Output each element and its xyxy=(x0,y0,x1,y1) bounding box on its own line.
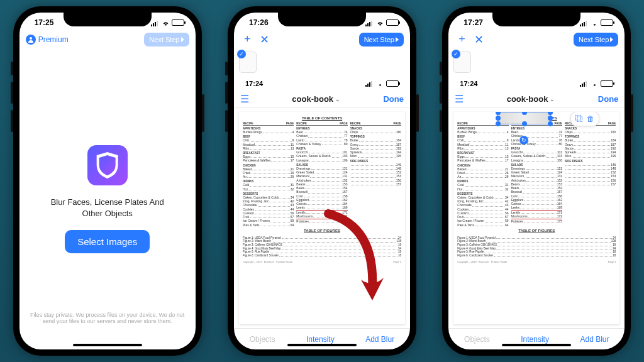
toc-row: Potatoes175 xyxy=(296,219,347,223)
volume-up-button[interactable] xyxy=(225,82,228,104)
tab-objects[interactable]: Objects xyxy=(250,335,275,344)
svg-rect-1 xyxy=(153,23,154,26)
document-preview: 17:24 ☰ cook-book⌄ Done TABLE OF CONTENT… xyxy=(448,77,625,328)
premium-link[interactable]: Premium xyxy=(26,35,69,45)
toc-row: Hot32 xyxy=(243,187,294,191)
svg-rect-8 xyxy=(371,21,372,26)
battery-icon xyxy=(386,19,399,26)
page-footer: Copyright – 2019 · Brochure · Product Gu… xyxy=(457,260,616,263)
volume-up-button[interactable] xyxy=(440,82,442,104)
add-image-button[interactable]: + xyxy=(455,33,469,47)
toc-row: Pancakes & Waffles17 xyxy=(457,158,508,162)
volume-down-button[interactable] xyxy=(440,110,442,132)
toc-row: Misc.195 xyxy=(565,154,616,158)
wifi-icon xyxy=(376,80,384,87)
doc-title[interactable]: cook-book⌄ xyxy=(507,94,555,104)
toc-row: Lasagna106 xyxy=(511,158,562,162)
power-button[interactable] xyxy=(202,94,204,132)
signal-icon xyxy=(580,80,589,87)
premium-label: Premium xyxy=(38,35,69,44)
svg-rect-0 xyxy=(151,25,152,26)
chevron-down-icon: ⌄ xyxy=(335,96,340,102)
close-button[interactable]: ✕ xyxy=(256,33,273,47)
figures-list: Figure 1: USDA Food Pyramid24Figure 2: M… xyxy=(457,236,616,258)
inner-header: ☰ cook-book⌄ Done xyxy=(234,90,410,108)
svg-rect-14 xyxy=(582,23,583,26)
power-button[interactable] xyxy=(631,94,633,132)
next-step-button[interactable]: Next Step xyxy=(144,33,189,47)
toc-row: Pancakes & Waffles17 xyxy=(243,158,294,162)
next-step-label: Next Step xyxy=(364,36,394,43)
home-indicator[interactable] xyxy=(502,344,571,346)
tab-intensity[interactable]: Intensity xyxy=(521,335,549,344)
delete-icon[interactable]: 🗑 xyxy=(586,114,596,124)
toc-row: Mushrooms172 xyxy=(296,214,347,218)
blur-selection[interactable]: ⿻ 🗑 xyxy=(497,112,551,124)
list-icon[interactable]: ☰ xyxy=(240,93,249,105)
add-image-button[interactable]: + xyxy=(240,33,255,47)
next-step-button[interactable]: Next Step xyxy=(574,33,618,47)
next-step-label: Next Step xyxy=(149,36,179,43)
wifi-icon xyxy=(376,19,384,26)
toc-row: Pies & Tarts64 xyxy=(243,223,294,227)
phone-1: 17:25 Premium Next Step Blur Faces, Lice… xyxy=(13,6,202,356)
inner-clock: 17:24 xyxy=(245,80,263,87)
page-thumbnail-selected[interactable]: ✓ xyxy=(453,52,471,73)
done-button[interactable]: Done xyxy=(598,94,619,104)
figures-list: Figure 1: USDA Food Pyramid24Figure 2: M… xyxy=(243,236,401,258)
selection-toolbar: ⿻ 🗑 xyxy=(570,112,599,126)
tab-add-blur[interactable]: Add Blur xyxy=(580,335,609,344)
svg-point-4 xyxy=(30,37,32,40)
resize-handle-tr[interactable] xyxy=(548,112,553,115)
avatar-icon xyxy=(26,35,36,45)
svg-rect-20 xyxy=(586,81,587,87)
home-indicator[interactable] xyxy=(73,344,142,346)
svg-rect-13 xyxy=(580,25,581,26)
toc-column: RECIPEPAGESNACKSChips180TOPPINGSButter18… xyxy=(350,122,401,227)
volume-up-button[interactable] xyxy=(11,82,13,104)
toc-row: Buffalo Wings4 xyxy=(243,130,294,134)
volume-down-button[interactable] xyxy=(11,110,13,132)
svg-rect-18 xyxy=(582,84,583,87)
resize-handle-bm[interactable] xyxy=(522,121,527,126)
select-images-button[interactable]: Select Images xyxy=(65,230,150,253)
page-content[interactable]: TABLE OF CONTENTSRECIPEPAGEAPPETIZERSBuf… xyxy=(239,112,405,324)
home-indicator[interactable] xyxy=(287,344,357,346)
tof-heading: TABLE OF FIGURES xyxy=(457,229,616,233)
svg-rect-17 xyxy=(580,85,581,87)
toc-row: Chicken & Turkey80 xyxy=(296,142,347,146)
power-button[interactable] xyxy=(416,94,419,132)
done-button[interactable]: Done xyxy=(383,94,404,104)
toc-columns: RECIPEPAGEAPPETIZERSBuffalo Wings4BEEFCh… xyxy=(457,122,616,227)
notch xyxy=(492,13,580,26)
page-content[interactable]: TABLE OF CONTENTSRECIPEPAGEAPPETIZERSBuf… xyxy=(453,112,619,324)
svg-rect-15 xyxy=(584,22,585,26)
next-step-label: Next Step xyxy=(579,36,609,43)
signal-icon xyxy=(365,80,374,87)
close-button[interactable]: ✕ xyxy=(470,33,487,47)
signal-icon xyxy=(365,19,374,26)
toc-row: Ribs13 xyxy=(457,146,508,150)
toc-col-header: RECIPEPAGE xyxy=(243,122,294,126)
toc-heading: TABLE OF CONTENTS xyxy=(243,116,401,120)
next-step-button[interactable]: Next Step xyxy=(359,33,404,47)
clock: 17:25 xyxy=(35,18,54,27)
shield-icon xyxy=(87,145,128,185)
list-icon[interactable]: ☰ xyxy=(455,93,464,105)
toc-columns: RECIPEPAGEAPPETIZERSBuffalo Wings4BEEFCh… xyxy=(243,122,401,227)
toc-col-header: RECIPEPAGE xyxy=(296,122,347,126)
duplicate-icon[interactable]: ⿻ xyxy=(574,114,584,124)
svg-rect-11 xyxy=(369,82,370,87)
volume-down-button[interactable] xyxy=(225,110,228,132)
tab-intensity[interactable]: Intensity xyxy=(306,335,335,344)
silent-switch[interactable] xyxy=(225,62,228,75)
svg-rect-6 xyxy=(367,23,369,26)
svg-rect-5 xyxy=(365,25,367,26)
toc-row: 157 xyxy=(350,182,401,186)
tab-add-blur[interactable]: Add Blur xyxy=(365,335,394,344)
silent-switch[interactable] xyxy=(440,62,442,75)
doc-title[interactable]: cook-book⌄ xyxy=(292,94,340,104)
silent-switch[interactable] xyxy=(11,62,13,75)
page-thumbnail-selected[interactable]: ✓ xyxy=(239,52,257,73)
tab-objects[interactable]: Objects xyxy=(464,335,490,344)
